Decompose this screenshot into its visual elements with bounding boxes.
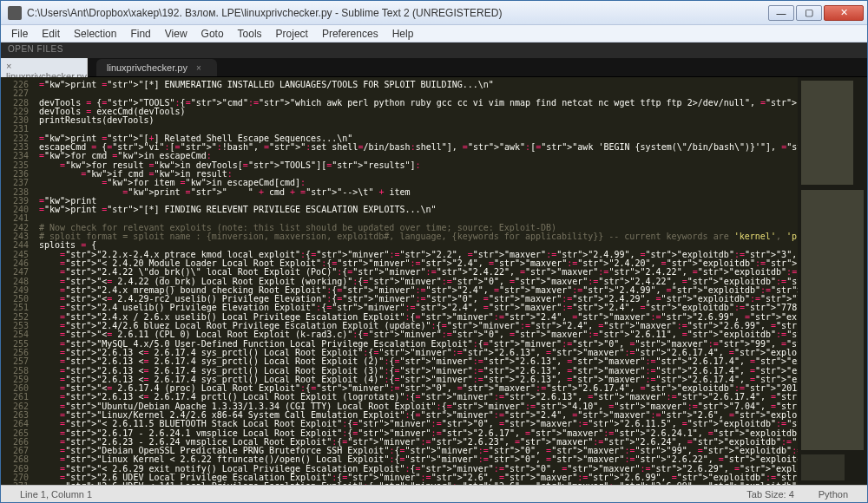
titlebar[interactable]: C:\Users\Ant\Dropbox\xakep\192. Взлом. L… — [1, 1, 867, 25]
menu-project[interactable]: Project — [269, 26, 315, 42]
tab-active[interactable]: linuxprivchecker.py × — [96, 59, 217, 76]
maximize-button[interactable]: ▢ — [796, 5, 822, 21]
menu-tools[interactable]: Tools — [231, 26, 269, 42]
app-icon — [8, 6, 22, 20]
menu-find[interactable]: Find — [123, 26, 157, 42]
status-language[interactable]: Python — [806, 489, 860, 500]
menu-selection[interactable]: Selection — [67, 26, 123, 42]
status-tabsize[interactable]: Tab Size: 4 — [734, 489, 806, 500]
app-window: C:\Users\Ant\Dropbox\xakep\192. Взлом. L… — [0, 0, 868, 503]
minimap[interactable] — [798, 77, 867, 485]
status-position[interactable]: Line 1, Column 1 — [8, 489, 104, 500]
statusbar: Line 1, Column 1 Tab Size: 4 Python — [1, 485, 867, 502]
tab-close-icon[interactable]: × — [196, 63, 201, 73]
menu-file[interactable]: File — [4, 26, 35, 42]
gutter: 226 227 228 229 230 231 232 233 234 235 … — [1, 77, 34, 485]
menu-edit[interactable]: Edit — [35, 26, 67, 42]
menubar: File Edit Selection Find View Goto Tools… — [1, 25, 867, 42]
close-button[interactable]: ✕ — [824, 5, 864, 21]
menu-goto[interactable]: Goto — [194, 26, 231, 42]
menu-preferences[interactable]: Preferences — [315, 26, 385, 42]
open-files-header: OPEN FILES — [1, 42, 867, 58]
tab-label: linuxprivchecker.py — [107, 62, 187, 73]
code-content[interactable]: ="kw">print ="str">"[*] ENUMERATING INST… — [34, 77, 798, 485]
titlebar-text: C:\Users\Ant\Dropbox\xakep\192. Взлом. L… — [27, 7, 768, 19]
editor[interactable]: 226 227 228 229 230 231 232 233 234 235 … — [1, 77, 867, 485]
menu-view[interactable]: View — [158, 26, 194, 42]
menu-help[interactable]: Help — [385, 26, 421, 42]
minimize-button[interactable]: — — [768, 5, 794, 21]
tabbar: linuxprivchecker.py × — [1, 58, 867, 77]
